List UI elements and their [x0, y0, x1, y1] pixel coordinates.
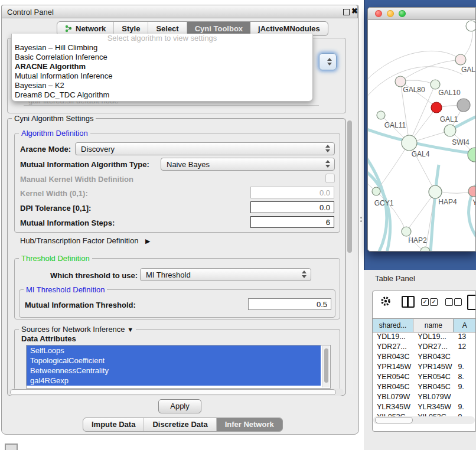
settings-vertical-scrollbar[interactable] [345, 119, 353, 394]
network-node-label: HAP2 [408, 236, 427, 244]
scrollbar-thumb[interactable] [347, 120, 352, 253]
column-header-shared-name[interactable]: shared... [373, 319, 413, 332]
network-node-label: HAP4 [438, 198, 457, 206]
checked-checkbox-icon[interactable]: ✓ [421, 298, 429, 306]
zoom-traffic-light[interactable] [399, 10, 406, 17]
which-threshold-select[interactable]: MI Threshold [140, 268, 311, 281]
algorithm-dropdown-list: Select algorithm to view settings Bayesi… [11, 34, 313, 102]
attribute-list-item[interactable]: TopologicalCoefficient [27, 356, 321, 366]
mi-threshold-field[interactable]: 0.5 [248, 298, 331, 310]
scrollbar-thumb[interactable] [324, 348, 328, 383]
attribute-list-item[interactable]: SelfLoops [27, 345, 321, 356]
settings-horizontal-scrollbar[interactable] [8, 389, 344, 396]
which-threshold-value: MI Threshold [146, 270, 191, 279]
close-traffic-light[interactable] [375, 10, 382, 17]
columns-icon[interactable] [402, 296, 415, 308]
tab-impute-data[interactable]: Impute Data [83, 418, 144, 431]
network-node[interactable] [457, 99, 470, 112]
table-row[interactable]: YER054CYER054C8. [373, 372, 475, 382]
unchecked-checkbox-icon[interactable] [454, 298, 462, 306]
algorithm-option[interactable]: Dream8 DC_TDC Algorithm [12, 90, 312, 100]
unchecked-checkbox-icon[interactable] [445, 298, 453, 306]
algorithm-combo-stepper[interactable] [319, 53, 337, 70]
network-node[interactable] [466, 21, 476, 31]
network-node[interactable] [455, 54, 466, 65]
manual-kernel-checkbox[interactable] [325, 174, 335, 183]
table-row[interactable]: YBL079WYBL079W [373, 392, 475, 402]
network-node[interactable] [468, 148, 476, 162]
hub-factor-expander[interactable]: Hub/Transcription Factor Definition ▶ [20, 236, 150, 245]
algorithm-option[interactable]: Basic Correlation Inference [12, 53, 312, 62]
manual-kernel-label: Manual Kernel Width Definition [20, 175, 133, 184]
minimize-traffic-light[interactable] [387, 10, 394, 17]
tab-discretize-data[interactable]: Discretize Data [144, 418, 216, 431]
mi-steps-field[interactable]: 6 [250, 216, 334, 228]
algorithm-option[interactable]: Bayesian – Hill Climbing [12, 43, 312, 53]
network-node-label: GAL80 [403, 86, 425, 94]
table-row[interactable]: YPR145WYPR145W9. [373, 362, 475, 372]
attribute-list-item[interactable]: BetweennessCentrality [27, 366, 321, 376]
file-icon[interactable] [467, 295, 476, 310]
algorithm-dropdown-prompt: Select algorithm to view settings [12, 34, 312, 43]
apply-button[interactable]: Apply [158, 399, 201, 413]
network-node[interactable] [431, 80, 440, 89]
algorithm-option[interactable]: Mutual Information Inference [12, 71, 312, 81]
aracne-mode-select[interactable]: Discovery [75, 142, 335, 155]
scrollbar-thumb[interactable] [375, 417, 413, 423]
network-node[interactable] [431, 102, 442, 113]
algorithm-option[interactable]: ARACNE Algorithm [12, 62, 312, 71]
network-node[interactable] [402, 135, 417, 151]
mi-type-label: Mutual Information Algorithm Type: [20, 160, 149, 169]
float-window-icon[interactable] [343, 9, 350, 15]
gear-icon[interactable] [380, 296, 391, 306]
table-cell: YDL19... [413, 332, 454, 342]
network-canvas[interactable]: GALGAL80GAL10GAL1GAL11SWI4GAL4GCY1HAP4YH… [368, 20, 476, 252]
checked-checkbox-icon[interactable]: ✓ [430, 298, 438, 306]
kernel-width-field[interactable]: 0.0 [250, 187, 334, 198]
dpi-tolerance-field[interactable]: 0.0 [250, 201, 334, 213]
table-row[interactable]: YDR27...YDR27...12 [373, 342, 475, 352]
splitter-grip[interactable] [360, 216, 363, 223]
table-cell: 8. [454, 372, 475, 382]
expander-right-arrow-icon: ▶ [145, 237, 150, 244]
table-horizontal-scrollbar[interactable] [373, 416, 475, 424]
table-row[interactable]: YBR043CYBR043C [373, 352, 475, 362]
data-attributes-list[interactable]: SelfLoopsTopologicalCoefficientBetweenne… [26, 345, 331, 389]
scrollbar-thumb[interactable] [10, 389, 336, 395]
threshold-definition-title: Threshold Definition [19, 255, 92, 262]
table-cell: YPR145W [413, 362, 454, 372]
network-node[interactable] [402, 227, 411, 236]
cyni-bottom-tabbar: Impute Data Discretize Data Infer Networ… [83, 418, 283, 432]
network-node[interactable] [372, 187, 380, 195]
table-row[interactable]: YDL19...YDL19...13 [373, 332, 475, 342]
sources-group-title[interactable]: Sources for Network Inference ▼ [19, 325, 136, 334]
close-icon[interactable]: ✖ [351, 6, 358, 15]
network-view-window: GALGAL80GAL10GAL1GAL11SWI4GAL4GCY1HAP4YH… [367, 7, 476, 252]
network-node[interactable] [377, 111, 385, 119]
sources-title-label: Sources for Network Inference [21, 325, 125, 334]
expander-down-arrow-icon: ▼ [127, 326, 133, 333]
table-row[interactable]: YLR345WYLR345W9. [373, 402, 475, 412]
table-row[interactable]: YBR045CYBR045C9. [373, 382, 475, 392]
list-vertical-scrollbar[interactable] [322, 346, 330, 387]
network-node[interactable] [468, 186, 476, 197]
network-node-label: GAL4 [412, 150, 430, 158]
mi-type-select[interactable]: Naive Bayes [161, 158, 335, 171]
network-node-label: GAL1 [440, 115, 458, 123]
network-node[interactable] [444, 125, 456, 136]
table-body: YDL19...YDL19...13YDR27...YDR27...12YBR0… [373, 332, 475, 422]
network-node-label: SWI4 [452, 138, 470, 146]
column-header-name[interactable]: name [413, 319, 454, 332]
column-header-partial[interactable]: A [454, 319, 475, 332]
network-node[interactable] [429, 185, 442, 198]
aracne-mode-label: Aracne Mode: [20, 145, 71, 154]
algorithm-option[interactable]: Bayesian – K2 [12, 81, 312, 90]
node-table-widget: ✓ ✓ shared... name A YDL19...YDL19...13Y… [372, 291, 476, 432]
network-node[interactable] [420, 247, 430, 252]
tab-infer-network[interactable]: Infer Network [217, 418, 282, 431]
table-cell: YLR345W [373, 402, 413, 412]
table-cell: YBL079W [373, 392, 413, 402]
table-cell [454, 352, 475, 362]
minimized-panel-icon[interactable] [5, 444, 18, 450]
attribute-list-item[interactable]: gal4RGexp [27, 376, 321, 386]
